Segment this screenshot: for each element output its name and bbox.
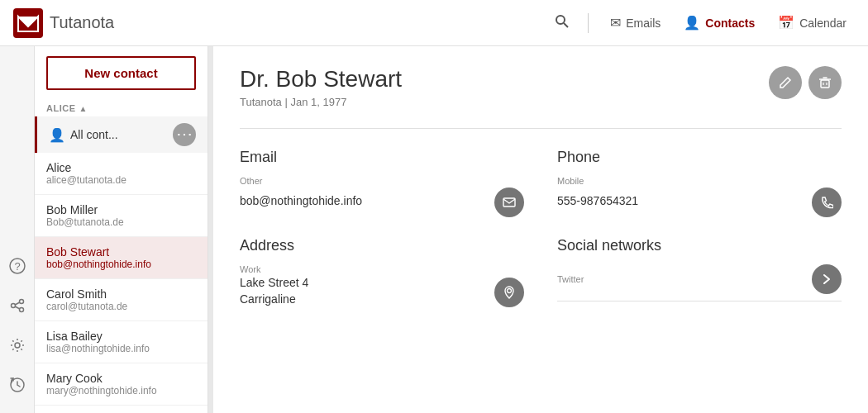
contact-subtitle: Tutanota | Jan 1, 1977 xyxy=(240,96,402,108)
contact-list-name: Alice xyxy=(46,161,196,174)
email-type-label: Other xyxy=(240,176,524,186)
list-item[interactable]: Bob MillerBob@tutanota.de xyxy=(35,195,207,237)
edit-icon xyxy=(779,76,792,89)
arrow-right-icon xyxy=(821,273,832,285)
email-field-row: bob@nothingtohide.info xyxy=(240,188,524,217)
contact-title-area: Dr. Bob Stewart Tutanota | Jan 1, 1977 xyxy=(240,66,402,108)
contact-list-email: bob@nothingtohide.info xyxy=(46,259,196,270)
address-line2: Carrigaline xyxy=(240,292,308,306)
share-icon-btn[interactable] xyxy=(2,291,32,320)
address-section-title: Address xyxy=(240,237,524,254)
logo-icon xyxy=(13,8,43,38)
list-item[interactable]: Alicealice@tutanota.de xyxy=(35,153,207,195)
phone-type-label: Mobile xyxy=(557,176,842,186)
contact-list-email: lisa@nothingtohide.info xyxy=(46,343,196,354)
address-section: Address Work Lake Street 4 Carrigaline xyxy=(240,237,524,309)
email-value: bob@nothingtohide.info xyxy=(240,194,362,207)
call-phone-button[interactable] xyxy=(812,188,842,217)
contact-list-email: mary@nothingtohide.info xyxy=(46,385,196,396)
phone-section: Phone Mobile 555-987654321 xyxy=(557,149,842,217)
contact-list-name: Carol Smith xyxy=(46,287,196,301)
location-icon xyxy=(503,286,516,299)
contact-actions xyxy=(769,66,842,99)
contact-list-panel: New contact ALICE ▲ 👤 All cont... ⋯ Alic… xyxy=(35,46,208,413)
email-send-icon xyxy=(503,196,516,209)
delete-contact-button[interactable] xyxy=(808,66,842,99)
detail-divider xyxy=(240,128,842,129)
sidebar: ? xyxy=(0,46,35,413)
contact-list-name: Bob Miller xyxy=(46,203,196,216)
address-field-row: Lake Street 4 Carrigaline xyxy=(240,276,524,309)
svg-point-3 xyxy=(556,16,565,24)
history-icon-btn[interactable] xyxy=(2,370,32,400)
nav-right: ✉ Emails 👤 Contacts 📅 Calendar xyxy=(550,9,855,37)
svg-rect-19 xyxy=(503,198,515,206)
svg-line-10 xyxy=(15,302,20,305)
social-section-title: Social networks xyxy=(557,237,842,254)
svg-point-12 xyxy=(15,343,20,348)
contact-list-email: carol@tutanota.de xyxy=(46,301,196,312)
address-type-label: Work xyxy=(240,264,524,274)
list-item[interactable]: Mary Cookmary@nothingtohide.info xyxy=(35,363,207,406)
detail-header: Dr. Bob Stewart Tutanota | Jan 1, 1977 xyxy=(240,66,842,108)
email-section: Email Other bob@nothingtohide.info xyxy=(240,149,524,217)
section-label: ALICE ▲ xyxy=(35,100,207,116)
settings-icon xyxy=(9,337,26,354)
svg-rect-14 xyxy=(821,80,829,88)
social-section: Social networks Twitter xyxy=(557,237,842,309)
list-item[interactable]: Bob Stewartbob@nothingtohide.info xyxy=(35,237,207,279)
person-icon: 👤 xyxy=(49,127,65,143)
help-icon-btn[interactable]: ? xyxy=(2,251,32,281)
list-item[interactable]: Lisa Baileylisa@nothingtohide.info xyxy=(35,321,207,363)
help-icon: ? xyxy=(9,258,26,274)
email-section-title: Email xyxy=(240,149,524,166)
app-name: Tutanota xyxy=(50,13,114,32)
svg-text:?: ? xyxy=(14,260,20,273)
more-options-button[interactable]: ⋯ xyxy=(173,123,196,146)
send-email-button[interactable] xyxy=(494,188,524,217)
list-item[interactable]: Carol Smithcarol@tutanota.de xyxy=(35,279,207,321)
nav-emails[interactable]: ✉ Emails xyxy=(602,10,669,36)
search-icon xyxy=(555,14,570,29)
logo-area: Tutanota xyxy=(13,8,114,38)
svg-line-11 xyxy=(15,306,20,309)
phone-value: 555-987654321 xyxy=(557,194,638,207)
section-chevron-icon: ▲ xyxy=(79,104,88,113)
detail-grid: Email Other bob@nothingtohide.info xyxy=(240,149,842,309)
history-icon xyxy=(9,377,26,393)
all-contacts-row[interactable]: 👤 All cont... ⋯ xyxy=(35,116,207,153)
contact-list-name: Bob Stewart xyxy=(46,245,196,259)
contact-list-email: alice@tutanota.de xyxy=(46,174,196,186)
search-button[interactable] xyxy=(550,9,575,37)
list-item[interactable]: Michael Adamsmichael@nothingtohide.info xyxy=(35,406,207,413)
twitter-row: Twitter xyxy=(557,264,842,301)
contacts-list: Alicealice@tutanota.deBob MillerBob@tuta… xyxy=(35,153,207,413)
nav-contacts[interactable]: 👤 Contacts xyxy=(675,10,763,36)
phone-section-title: Phone xyxy=(557,149,842,166)
svg-line-4 xyxy=(564,23,568,27)
contact-name: Dr. Bob Stewart xyxy=(240,66,402,93)
main-content: ? xyxy=(0,46,868,413)
phone-field-row: 555-987654321 xyxy=(557,188,842,217)
settings-icon-btn[interactable] xyxy=(2,330,32,360)
contact-list-name: Lisa Bailey xyxy=(46,330,196,343)
svg-point-20 xyxy=(508,289,512,293)
new-contact-button[interactable]: New contact xyxy=(46,56,196,90)
trash-icon xyxy=(818,76,832,89)
phone-icon xyxy=(820,196,833,209)
all-contacts-label: All cont... xyxy=(70,128,173,141)
twitter-link-button[interactable] xyxy=(812,264,842,294)
svg-point-9 xyxy=(19,308,23,312)
contact-list-email: Bob@tutanota.de xyxy=(46,216,196,228)
email-nav-icon: ✉ xyxy=(610,15,621,31)
share-icon xyxy=(9,297,26,314)
nav-emails-label: Emails xyxy=(626,17,661,30)
address-line1: Lake Street 4 xyxy=(240,276,308,289)
edit-contact-button[interactable] xyxy=(769,66,802,99)
contact-list-name: Mary Cook xyxy=(46,372,196,385)
nav-calendar[interactable]: 📅 Calendar xyxy=(770,10,855,36)
show-map-button[interactable] xyxy=(494,278,524,307)
calendar-nav-icon: 📅 xyxy=(778,15,794,31)
contacts-nav-icon: 👤 xyxy=(684,15,700,31)
nav-divider xyxy=(588,13,589,33)
